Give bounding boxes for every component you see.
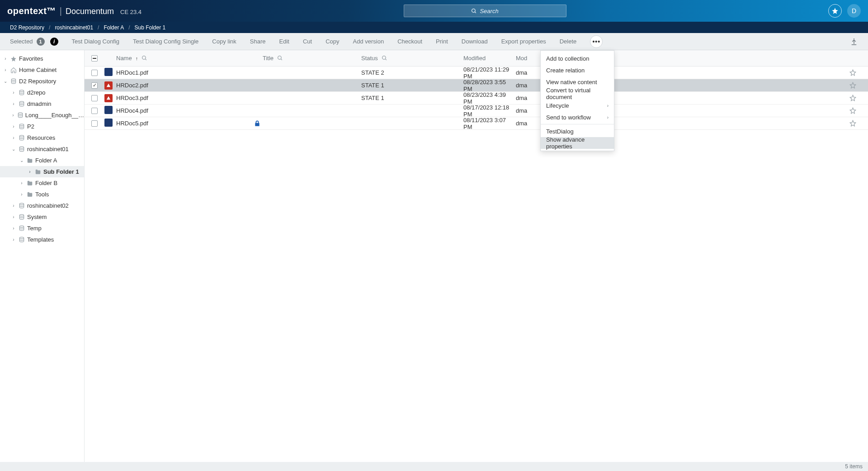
chevron-right-icon[interactable]: ›: [19, 192, 24, 197]
document-list: Name ↑ Title Status Modified Mod HRDoc1.: [85, 50, 868, 462]
row-checkbox[interactable]: [91, 120, 98, 127]
toolbar-action[interactable]: Add version: [353, 38, 384, 45]
tree-item[interactable]: ›P2: [0, 121, 84, 132]
chevron-right-icon[interactable]: ›: [11, 203, 16, 208]
favorite-icon[interactable]: [849, 120, 856, 127]
menu-item[interactable]: Convert to virtual document: [541, 88, 614, 100]
chevron-right-icon[interactable]: ›: [11, 113, 15, 118]
svg-point-9: [19, 147, 24, 148]
tree-item[interactable]: ⌄roshincabinet01: [0, 143, 84, 155]
chevron-down-icon[interactable]: ⌄: [19, 158, 24, 163]
folder-icon: [34, 168, 42, 176]
tree-item[interactable]: ›System: [0, 211, 84, 223]
toolbar-action[interactable]: Test Dialog Config: [72, 38, 120, 45]
column-name[interactable]: Name ↑: [116, 55, 252, 62]
breadcrumb-item[interactable]: D2 Repository: [10, 24, 44, 31]
more-actions-button[interactable]: •••: [590, 35, 603, 48]
tree-item[interactable]: ›Temp: [0, 223, 84, 234]
chevron-right-icon[interactable]: ›: [3, 67, 8, 72]
tree-item[interactable]: ›Sub Folder 1: [0, 166, 84, 177]
chevron-right-icon[interactable]: ›: [27, 169, 33, 174]
chevron-right-icon[interactable]: ›: [11, 237, 16, 242]
search-icon[interactable]: [382, 55, 387, 61]
column-modified-by[interactable]: Mod: [516, 55, 543, 62]
tree-item[interactable]: ›d2repo: [0, 87, 84, 98]
table-row[interactable]: HRDoc3.pdfSTATE 108/23/2023 4:39 PMdma: [85, 92, 868, 105]
row-checkbox[interactable]: [91, 108, 98, 114]
menu-item[interactable]: View native content: [541, 76, 614, 88]
toolbar-action[interactable]: Download: [462, 38, 488, 45]
avatar[interactable]: D: [847, 4, 861, 18]
menu-item-label: View native content: [546, 79, 597, 86]
toolbar-action[interactable]: Print: [436, 38, 448, 45]
tree-item[interactable]: ›Favorites: [0, 53, 84, 64]
modified-date: 08/11/2023 3:07 PM: [463, 117, 506, 130]
row-checkbox[interactable]: [91, 82, 98, 89]
tree-item[interactable]: ›dmadmin: [0, 98, 84, 109]
toolbar-action[interactable]: Delete: [560, 38, 577, 45]
breadcrumb-item[interactable]: Folder A: [104, 24, 124, 31]
toolbar-action[interactable]: Share: [250, 38, 266, 45]
tree-item[interactable]: ›Home Cabinet: [0, 64, 84, 76]
modified-by: dma: [516, 107, 527, 114]
menu-item[interactable]: Send to workflow›: [541, 111, 614, 123]
svg-point-16: [278, 56, 282, 60]
favorite-icon[interactable]: [849, 82, 856, 89]
table-row[interactable]: HRDoc1.pdfSTATE 208/21/2023 11:29 PMdma: [85, 67, 868, 79]
toolbar-action[interactable]: Edit: [279, 38, 289, 45]
table-row[interactable]: HRDoc2.pdfSTATE 108/28/2023 3:55 PMdma: [85, 79, 868, 92]
upload-button[interactable]: [850, 38, 858, 46]
table-row[interactable]: HRDoc4.pdf08/17/2023 12:18 PMdma: [85, 105, 868, 117]
tree-item-label: Folder B: [35, 180, 57, 186]
tree-item[interactable]: ›Long____Enough____Ca...: [0, 109, 84, 121]
menu-item[interactable]: Show advance properties: [541, 137, 614, 149]
toolbar-action[interactable]: Test Dialog Config Single: [133, 38, 198, 45]
toolbar-action[interactable]: Copy: [326, 38, 339, 45]
search-icon[interactable]: [142, 55, 147, 61]
modified-by: dma: [516, 120, 527, 127]
toolbar-action[interactable]: Export properties: [501, 38, 546, 45]
chevron-right-icon[interactable]: ›: [11, 101, 16, 106]
search-icon[interactable]: [277, 55, 283, 61]
chevron-right-icon[interactable]: ›: [11, 214, 16, 219]
column-modified[interactable]: Modified: [463, 55, 516, 62]
search-input[interactable]: Search: [404, 5, 566, 17]
toolbar-action[interactable]: Cut: [303, 38, 312, 45]
tree-item[interactable]: ›Folder B: [0, 177, 84, 189]
menu-item[interactable]: Add to collection: [541, 52, 614, 64]
menu-item[interactable]: Lifecycle›: [541, 100, 614, 111]
row-checkbox[interactable]: [91, 70, 98, 76]
chevron-right-icon[interactable]: ›: [11, 124, 16, 129]
tree-item[interactable]: ⌄Folder A: [0, 155, 84, 166]
tree-item[interactable]: ›Templates: [0, 234, 84, 245]
breadcrumb-item[interactable]: Sub Folder 1: [135, 24, 166, 31]
db-icon: [18, 146, 25, 153]
tree-item[interactable]: ›Resources: [0, 132, 84, 143]
toolbar-action[interactable]: Copy link: [212, 38, 236, 45]
status-bar: 5 items: [0, 462, 868, 471]
favorite-icon[interactable]: [849, 107, 856, 114]
chevron-down-icon[interactable]: ⌄: [3, 79, 8, 84]
chevron-right-icon[interactable]: ›: [19, 181, 24, 186]
select-all-checkbox[interactable]: [91, 55, 98, 62]
chevron-right-icon[interactable]: ›: [11, 226, 16, 231]
column-title[interactable]: Title: [263, 55, 361, 62]
tree-item[interactable]: ›roshincabinet02: [0, 200, 84, 211]
chevron-right-icon[interactable]: ›: [11, 90, 16, 95]
column-status[interactable]: Status: [361, 55, 463, 62]
chevron-right-icon[interactable]: ›: [3, 56, 8, 61]
tree-item[interactable]: ›Tools: [0, 189, 84, 200]
toolbar-action[interactable]: Checkout: [397, 38, 422, 45]
chevron-right-icon[interactable]: ›: [11, 135, 16, 140]
breadcrumb-item[interactable]: roshincabinet01: [55, 24, 93, 31]
row-checkbox[interactable]: [91, 95, 98, 101]
menu-item[interactable]: Create relation: [541, 64, 614, 76]
info-icon[interactable]: i: [50, 38, 58, 46]
favorite-icon[interactable]: [849, 95, 856, 101]
favorites-button[interactable]: [828, 4, 842, 18]
tree-item[interactable]: ⌄D2 Repository: [0, 76, 84, 87]
table-row[interactable]: HRDoc5.pdf08/11/2023 3:07 PMdma: [85, 117, 868, 130]
favorite-icon[interactable]: [849, 69, 856, 76]
menu-item[interactable]: TestDialog: [541, 125, 614, 137]
chevron-down-icon[interactable]: ⌄: [11, 147, 16, 152]
